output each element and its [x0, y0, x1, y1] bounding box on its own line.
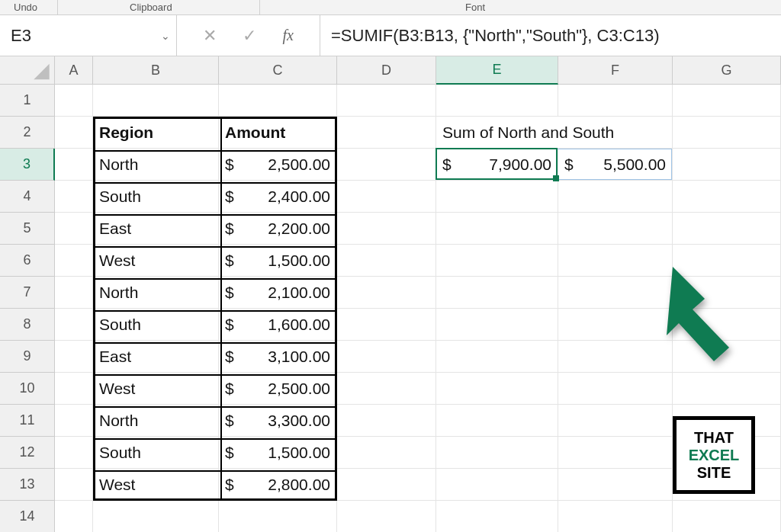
table-row[interactable]: West — [93, 373, 219, 405]
cell-E3-result[interactable]: $7,900.00 — [436, 149, 558, 181]
column-header-C[interactable]: C — [219, 56, 337, 85]
table-row[interactable]: $2,500.00 — [219, 149, 337, 181]
chevron-down-icon[interactable]: ⌄ — [161, 30, 170, 42]
row-header-3[interactable]: 3 — [0, 149, 55, 181]
cell-E10[interactable] — [436, 373, 558, 405]
cell-A9[interactable] — [55, 341, 93, 373]
cell-D12[interactable] — [337, 437, 436, 469]
table-row[interactable]: $1,500.00 — [219, 437, 337, 469]
cell-D10[interactable] — [337, 373, 436, 405]
table-row[interactable]: North — [93, 149, 219, 181]
cell-G3[interactable] — [673, 149, 781, 181]
row-header-7[interactable]: 7 — [0, 277, 55, 309]
cell-A7[interactable] — [55, 277, 93, 309]
cancel-icon[interactable]: ✕ — [203, 26, 217, 46]
cell-B14[interactable] — [93, 501, 219, 532]
table-row[interactable]: West — [93, 245, 219, 277]
table-row[interactable]: $2,400.00 — [219, 181, 337, 213]
table-row[interactable]: South — [93, 309, 219, 341]
formula-input[interactable]: =SUMIF(B3:B13, {"North","South"}, C3:C13… — [320, 15, 781, 56]
table-row[interactable]: West — [93, 469, 219, 501]
cell-E14[interactable] — [436, 501, 558, 532]
table-row[interactable]: East — [93, 213, 219, 245]
table-row[interactable]: $2,500.00 — [219, 373, 337, 405]
summary-label[interactable]: Sum of North and South — [436, 117, 673, 149]
cell-D4[interactable] — [337, 181, 436, 213]
enter-icon[interactable]: ✓ — [243, 26, 256, 46]
cell-A8[interactable] — [55, 309, 93, 341]
row-header-5[interactable]: 5 — [0, 213, 55, 245]
cell-C1[interactable] — [219, 85, 337, 117]
cell-D2[interactable] — [337, 117, 436, 149]
cell-A11[interactable] — [55, 405, 93, 437]
name-box[interactable]: E3 ⌄ — [0, 15, 177, 56]
row-header-6[interactable]: 6 — [0, 245, 55, 277]
cell-D11[interactable] — [337, 405, 436, 437]
cell-E8[interactable] — [436, 309, 558, 341]
cell-A3[interactable] — [55, 149, 93, 181]
cell-G5[interactable] — [673, 213, 781, 245]
cell-E9[interactable] — [436, 341, 558, 373]
cell-F14[interactable] — [558, 501, 673, 532]
table-row[interactable]: $3,300.00 — [219, 405, 337, 437]
row-header-13[interactable]: 13 — [0, 469, 55, 501]
fx-icon[interactable]: fx — [282, 27, 293, 44]
cell-E7[interactable] — [436, 277, 558, 309]
cell-F5[interactable] — [558, 213, 673, 245]
cell-G14[interactable] — [673, 501, 781, 532]
table-row[interactable]: $1,600.00 — [219, 309, 337, 341]
cell-E1[interactable] — [436, 85, 558, 117]
cell-F3-result[interactable]: $5,500.00 — [558, 149, 673, 181]
table-row[interactable]: East — [93, 341, 219, 373]
cell-E12[interactable] — [436, 437, 558, 469]
cell-G4[interactable] — [673, 181, 781, 213]
cell-F9[interactable] — [558, 341, 673, 373]
cell-G2[interactable] — [673, 117, 781, 149]
cell-A14[interactable] — [55, 501, 93, 532]
cell-C2-header-amount[interactable]: Amount — [219, 117, 337, 149]
column-header-A[interactable]: A — [55, 56, 93, 85]
cell-D1[interactable] — [337, 85, 436, 117]
table-row[interactable]: $2,200.00 — [219, 213, 337, 245]
cell-B1[interactable] — [93, 85, 219, 117]
table-row[interactable]: $2,800.00 — [219, 469, 337, 501]
column-header-D[interactable]: D — [337, 56, 436, 85]
row-header-4[interactable]: 4 — [0, 181, 55, 213]
table-row[interactable]: North — [93, 277, 219, 309]
row-header-12[interactable]: 12 — [0, 437, 55, 469]
spreadsheet-grid[interactable]: ABCDEFG 1234567891011121314 RegionAmount… — [0, 56, 781, 532]
cell-E13[interactable] — [436, 469, 558, 501]
cell-F1[interactable] — [558, 85, 673, 117]
table-row[interactable]: South — [93, 181, 219, 213]
cell-D7[interactable] — [337, 277, 436, 309]
select-all-corner[interactable] — [0, 56, 55, 85]
cell-A5[interactable] — [55, 213, 93, 245]
cell-G1[interactable] — [673, 85, 781, 117]
cell-D5[interactable] — [337, 213, 436, 245]
row-header-9[interactable]: 9 — [0, 341, 55, 373]
cell-F10[interactable] — [558, 373, 673, 405]
cell-F8[interactable] — [558, 309, 673, 341]
cell-F6[interactable] — [558, 245, 673, 277]
row-header-14[interactable]: 14 — [0, 501, 55, 532]
table-row[interactable]: North — [93, 405, 219, 437]
row-header-10[interactable]: 10 — [0, 373, 55, 405]
cell-F13[interactable] — [558, 469, 673, 501]
row-header-11[interactable]: 11 — [0, 405, 55, 437]
column-header-G[interactable]: G — [673, 56, 781, 85]
row-header-2[interactable]: 2 — [0, 117, 55, 149]
cell-A6[interactable] — [55, 245, 93, 277]
table-row[interactable]: $2,100.00 — [219, 277, 337, 309]
cell-D3[interactable] — [337, 149, 436, 181]
cell-A2[interactable] — [55, 117, 93, 149]
row-header-8[interactable]: 8 — [0, 309, 55, 341]
cell-A4[interactable] — [55, 181, 93, 213]
column-header-E[interactable]: E — [436, 56, 558, 85]
cell-G10[interactable] — [673, 373, 781, 405]
cell-E4[interactable] — [436, 181, 558, 213]
cell-F4[interactable] — [558, 181, 673, 213]
cell-B2-header-region[interactable]: Region — [93, 117, 219, 149]
cell-D6[interactable] — [337, 245, 436, 277]
cell-E5[interactable] — [436, 213, 558, 245]
cell-A13[interactable] — [55, 469, 93, 501]
